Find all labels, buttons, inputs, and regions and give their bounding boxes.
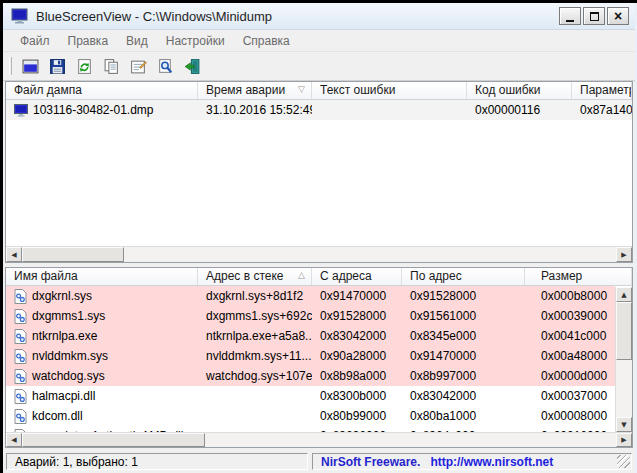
title-bar[interactable]: BlueScreenView - C:\Windows\Minidump ×: [3, 3, 635, 30]
module-row[interactable]: watchdog.sys watchdog.sys+107e 0x8b98a00…: [6, 366, 615, 386]
lower-hscroll-track[interactable]: [205, 433, 616, 447]
dump-file-cell: 103116-30482-01.dmp: [6, 103, 198, 117]
resize-grip-icon[interactable]: [617, 455, 630, 468]
menu-bar: Файл Правка Вид Настройки Справка: [3, 30, 635, 52]
dll-file-icon: [14, 289, 27, 304]
upper-hscroll-track[interactable]: [124, 247, 616, 262]
menu-file[interactable]: Файл: [11, 31, 59, 51]
properties-button[interactable]: [126, 54, 151, 78]
find-icon: [157, 58, 174, 75]
module-row[interactable]: dxgmms1.sys dxgmms1.sys+692c 0x91528000 …: [6, 306, 615, 326]
module-row[interactable]: ntkrnlpa.exe ntkrnlpa.exe+a5a8... 0x8304…: [6, 326, 615, 346]
copy-button[interactable]: [99, 54, 124, 78]
dump-table-header: Файл дампа Время аварии▽ Текст ошибки Ко…: [6, 82, 632, 100]
save-icon: [49, 58, 66, 75]
window-title: BlueScreenView - C:\Windows\Minidump: [36, 9, 272, 24]
column-header-dump-file[interactable]: Файл дампа: [6, 82, 198, 99]
exit-icon: [184, 58, 201, 75]
column-header-parameter[interactable]: Параметр: [572, 82, 632, 99]
column-header-crash-time[interactable]: Время аварии▽: [198, 82, 312, 99]
dll-file-icon: [14, 409, 27, 424]
scroll-down-icon[interactable]: ▼: [616, 417, 632, 432]
lower-vertical-scrollbar[interactable]: ▲ ▼: [615, 287, 632, 432]
scroll-left-icon[interactable]: ◀: [6, 433, 22, 447]
window-controls: ×: [559, 7, 629, 25]
toolbar: [3, 52, 635, 81]
nirsoft-link[interactable]: http://www.nirsoft.net: [430, 455, 553, 469]
toolbar-grip[interactable]: [9, 57, 12, 75]
minidump-file-icon: [14, 104, 28, 117]
minimize-button[interactable]: [559, 7, 581, 25]
app-window: BlueScreenView - C:\Windows\Minidump × Ф…: [3, 3, 637, 473]
app-icon: [11, 8, 29, 24]
save-button[interactable]: [45, 54, 70, 78]
menu-edit[interactable]: Правка: [59, 31, 118, 51]
module-row[interactable]: kdcom.dll 0x80b99000 0x80ba1000 0x000080…: [6, 406, 615, 426]
lower-horizontal-scrollbar[interactable]: ◀ ▶: [6, 432, 632, 447]
column-header-from-address[interactable]: С адреса: [312, 268, 402, 285]
scroll-up-icon[interactable]: ▲: [616, 287, 632, 302]
column-header-stack-address[interactable]: Адрес в стеке△: [198, 268, 312, 285]
upper-hscroll-thumb[interactable]: [22, 247, 124, 262]
scroll-right-icon[interactable]: ▶: [616, 433, 632, 447]
lower-hscroll-thumb[interactable]: [22, 433, 205, 447]
nirsoft-brand: NirSoft Freeware.: [321, 455, 420, 469]
screen: BlueScreenView - C:\Windows\Minidump × Ф…: [0, 0, 637, 473]
scroll-right-icon[interactable]: ▶: [616, 247, 632, 262]
parameter-cell: 0x87a14008: [572, 103, 632, 117]
column-header-filename[interactable]: Имя файла: [6, 268, 198, 285]
column-header-to-address[interactable]: По адрес: [402, 268, 525, 285]
dll-file-icon: [14, 389, 27, 404]
module-row[interactable]: dxgkrnl.sys dxgkrnl.sys+8d1f2 0x91470000…: [6, 286, 615, 306]
dll-file-icon: [14, 369, 27, 384]
bug-code-cell: 0x00000116: [467, 103, 572, 117]
modules-table-body: dxgkrnl.sys dxgkrnl.sys+8d1f2 0x91470000…: [6, 286, 615, 434]
column-header-bug-code[interactable]: Код ошибки: [467, 82, 572, 99]
status-bar: Аварий: 1, выбрано: 1 NirSoft Freeware. …: [3, 451, 635, 473]
close-icon: ×: [614, 9, 622, 23]
copy-icon: [103, 58, 120, 75]
refresh-icon: [76, 58, 93, 75]
properties-icon: [130, 58, 147, 75]
menu-view[interactable]: Вид: [117, 31, 157, 51]
lower-vscroll-track[interactable]: [616, 360, 632, 417]
dump-table-body: 103116-30482-01.dmp 31.10.2016 15:52:49 …: [6, 100, 632, 120]
modules-table-header: Имя файла Адрес в стеке△ С адреса По адр…: [6, 268, 632, 286]
minimize-icon: [566, 20, 574, 22]
lower-vscroll-thumb[interactable]: [616, 302, 632, 360]
modules-pane: Имя файла Адрес в стеке△ С адреса По адр…: [5, 267, 633, 448]
dll-file-icon: [14, 309, 27, 324]
dll-file-icon: [14, 329, 27, 344]
crash-time-cell: 31.10.2016 15:52:49: [198, 103, 312, 117]
module-row[interactable]: halmacpi.dll 0x8300b000 0x83042000 0x000…: [6, 386, 615, 406]
sort-desc-icon: ▽: [298, 84, 305, 94]
column-header-size[interactable]: Размер: [525, 268, 632, 285]
menu-help[interactable]: Справка: [234, 31, 299, 51]
main-content: Файл дампа Время аварии▽ Текст ошибки Ко…: [3, 81, 635, 451]
blue-screen-icon: [22, 58, 39, 75]
find-button[interactable]: [153, 54, 178, 78]
sort-asc-icon: △: [298, 270, 305, 280]
menu-options[interactable]: Настройки: [157, 31, 234, 51]
status-crash-count: Аварий: 1, выбрано: 1: [6, 453, 308, 470]
maximize-icon: [590, 12, 599, 21]
maximize-button[interactable]: [583, 7, 605, 25]
status-nirsoft: NirSoft Freeware. http://www.nirsoft.net: [312, 453, 632, 470]
open-bluescreen-button[interactable]: [18, 54, 43, 78]
module-row[interactable]: nvlddmkm.sys nvlddmkm.sys+11... 0x90a280…: [6, 346, 615, 366]
scroll-left-icon[interactable]: ◀: [6, 247, 22, 262]
upper-horizontal-scrollbar[interactable]: ◀ ▶: [6, 246, 632, 262]
close-button[interactable]: ×: [607, 7, 629, 25]
dll-file-icon: [14, 349, 27, 364]
column-header-bug-string[interactable]: Текст ошибки: [312, 82, 467, 99]
exit-button[interactable]: [180, 54, 205, 78]
dump-row[interactable]: 103116-30482-01.dmp 31.10.2016 15:52:49 …: [6, 100, 632, 120]
refresh-button[interactable]: [72, 54, 97, 78]
dump-files-pane: Файл дампа Время аварии▽ Текст ошибки Ко…: [5, 81, 633, 263]
